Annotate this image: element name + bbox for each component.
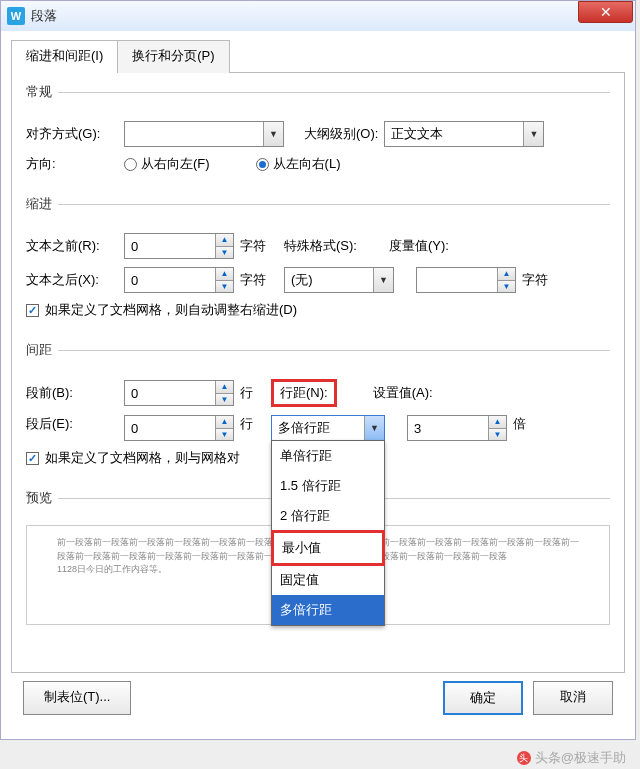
dialog-footer: 制表位(T)... 确定 取消 <box>11 673 625 723</box>
legend-preview: 预览 <box>26 489 58 507</box>
dd-item-double[interactable]: 2 倍行距 <box>272 501 384 531</box>
measure-label: 度量值(Y): <box>389 237 449 255</box>
dd-item-1_5[interactable]: 1.5 倍行距 <box>272 471 384 501</box>
setvalue-input[interactable]: 3▲▼ <box>407 415 507 441</box>
chevron-down-icon: ▼ <box>523 122 543 146</box>
unit-char: 字符 <box>240 237 266 255</box>
alignment-combo[interactable]: ▼ <box>124 121 284 147</box>
space-before-input[interactable]: 0▲▼ <box>124 380 234 406</box>
section-general: 常规 对齐方式(G): ▼ 大纲级别(O): 正文文本 ▼ 方向: <box>26 83 610 185</box>
app-icon: W <box>7 7 25 25</box>
linespace-combo[interactable]: 多倍行距 ▼ 单倍行距 1.5 倍行距 2 倍行距 最小值 固定值 多倍行距 <box>271 415 385 441</box>
watermark-logo-icon: 头 <box>517 751 531 765</box>
special-combo[interactable]: (无) ▼ <box>284 267 394 293</box>
alignment-label: 对齐方式(G): <box>26 125 118 143</box>
tab-indent-spacing[interactable]: 缩进和间距(I) <box>11 40 118 73</box>
radio-ltr[interactable]: 从左向右(L) <box>256 155 341 173</box>
chevron-down-icon: ▼ <box>373 268 393 292</box>
legend-indent: 缩进 <box>26 195 58 213</box>
cancel-button[interactable]: 取消 <box>533 681 613 715</box>
legend-spacing: 间距 <box>26 341 58 359</box>
linespace-label-highlight: 行距(N): <box>271 379 337 407</box>
checkbox-icon: ✓ <box>26 452 39 465</box>
space-before-label: 段前(B): <box>26 384 118 402</box>
chevron-down-icon: ▼ <box>364 416 384 440</box>
space-after-label: 段后(E): <box>26 415 118 433</box>
linespace-dropdown-list: 单倍行距 1.5 倍行距 2 倍行距 最小值 固定值 多倍行距 <box>271 440 385 626</box>
indent-before-input[interactable]: 0▲▼ <box>124 233 234 259</box>
section-spacing: 间距 段前(B): 0▲▼ 行 行距(N): 设置值(A): 段后(E): 0▲… <box>26 341 610 479</box>
close-button[interactable]: ✕ <box>578 1 633 23</box>
unit-times: 倍 <box>513 415 526 433</box>
tab-content: 常规 对齐方式(G): ▼ 大纲级别(O): 正文文本 ▼ 方向: <box>11 73 625 673</box>
tab-bar: 缩进和间距(I) 换行和分页(P) <box>11 39 625 73</box>
unit-line: 行 <box>240 384 253 402</box>
indent-before-label: 文本之前(R): <box>26 237 118 255</box>
unit-char: 字符 <box>240 271 266 289</box>
title-bar: W 段落 ✕ <box>1 1 635 31</box>
space-after-input[interactable]: 0▲▼ <box>124 415 234 441</box>
indent-grid-check[interactable]: ✓ 如果定义了文档网格，则自动调整右缩进(D) <box>26 301 297 319</box>
direction-label: 方向: <box>26 155 118 173</box>
window-title: 段落 <box>31 7 578 25</box>
measure-input[interactable]: ▲▼ <box>416 267 516 293</box>
ok-button[interactable]: 确定 <box>443 681 523 715</box>
legend-general: 常规 <box>26 83 58 101</box>
outline-combo[interactable]: 正文文本 ▼ <box>384 121 544 147</box>
section-indent: 缩进 文本之前(R): 0▲▼ 字符 特殊格式(S): 度量值(Y): 文本之后… <box>26 195 610 331</box>
dd-item-fixed[interactable]: 固定值 <box>272 565 384 595</box>
radio-rtl[interactable]: 从右向左(F) <box>124 155 210 173</box>
checkbox-icon: ✓ <box>26 304 39 317</box>
dialog-window: W 段落 ✕ 缩进和间距(I) 换行和分页(P) 常规 对齐方式(G): ▼ 大… <box>0 0 636 740</box>
dd-item-multiple[interactable]: 多倍行距 <box>272 595 384 625</box>
indent-after-label: 文本之后(X): <box>26 271 118 289</box>
indent-after-input[interactable]: 0▲▼ <box>124 267 234 293</box>
unit-line: 行 <box>240 415 253 433</box>
spacing-grid-check[interactable]: ✓ 如果定义了文档网格，则与网格对 <box>26 449 240 467</box>
dd-item-single[interactable]: 单倍行距 <box>272 441 384 471</box>
linespace-label: 行距(N): <box>280 385 328 400</box>
dd-item-min-highlight[interactable]: 最小值 <box>271 530 385 566</box>
unit-char: 字符 <box>522 271 548 289</box>
special-label: 特殊格式(S): <box>284 237 357 255</box>
tabstops-button[interactable]: 制表位(T)... <box>23 681 131 715</box>
outline-label: 大纲级别(O): <box>304 125 378 143</box>
setvalue-label: 设置值(A): <box>373 384 433 402</box>
tab-line-page-break[interactable]: 换行和分页(P) <box>117 40 229 73</box>
radio-icon <box>124 158 137 171</box>
chevron-down-icon: ▼ <box>263 122 283 146</box>
watermark: 头 头条@极速手助 <box>517 749 626 767</box>
radio-icon <box>256 158 269 171</box>
